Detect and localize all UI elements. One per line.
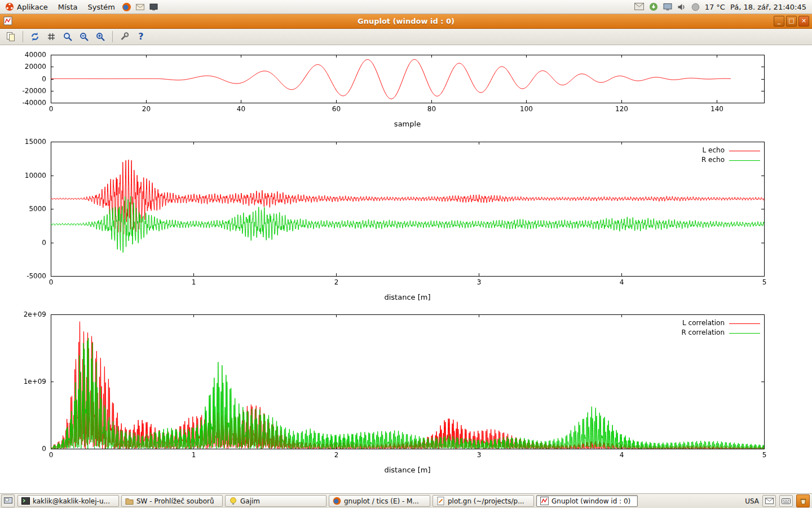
clock[interactable]: Pá, 18. zář, 21:40:45 bbox=[730, 3, 806, 11]
toggle-grid-button[interactable] bbox=[44, 30, 59, 43]
folder-icon bbox=[125, 497, 134, 505]
zoom-reset-button[interactable] bbox=[60, 30, 75, 43]
help-button[interactable]: ? bbox=[134, 30, 148, 43]
menu-applications[interactable]: Aplikace bbox=[0, 0, 53, 14]
gnuplot-toolbar: ? bbox=[0, 28, 812, 45]
window-titlebar[interactable]: Gnuplot (window id : 0) _ □ × bbox=[0, 14, 812, 29]
software-update-icon[interactable] bbox=[649, 2, 658, 11]
show-desktop-icon bbox=[4, 497, 12, 505]
copy-to-clipboard-button[interactable] bbox=[3, 30, 18, 43]
window-title: Gnuplot (window id : 0) bbox=[0, 17, 812, 25]
firefox-launcher-icon[interactable] bbox=[120, 0, 134, 14]
taskbar-item-label: plot.gn (~/projects/p... bbox=[448, 497, 524, 505]
taskbar-item-firefox[interactable]: gnuplot / tics (E) - M... bbox=[329, 495, 430, 507]
gnuplot-plot-area bbox=[0, 45, 812, 494]
menu-places-label: Místa bbox=[58, 3, 78, 11]
taskbar: kaklik@kaklik-kolej-u... SW - Prohlížeč … bbox=[0, 493, 812, 508]
zoom-previous-button[interactable] bbox=[77, 30, 91, 43]
taskbar-item-file-manager[interactable]: SW - Prohlížeč souborů bbox=[121, 495, 223, 507]
zoom-next-button[interactable] bbox=[93, 30, 108, 43]
menu-system-label: Systém bbox=[87, 3, 114, 11]
show-desktop-button[interactable] bbox=[1, 494, 15, 507]
chirp-signal-chart[interactable] bbox=[0, 48, 812, 133]
display-icon[interactable] bbox=[663, 3, 672, 11]
screenshot-launcher-icon[interactable] bbox=[147, 0, 161, 14]
toolbar-separator bbox=[112, 31, 113, 42]
taskbar-item-text-editor[interactable]: plot.gn (~/projects/p... bbox=[433, 495, 534, 507]
echo-signals-chart[interactable] bbox=[0, 135, 812, 305]
settings-button[interactable] bbox=[117, 30, 132, 43]
mail-tray-button[interactable] bbox=[762, 495, 776, 507]
magnifier-icon bbox=[63, 32, 73, 42]
panel-status-area: 17 °C Pá, 18. zář, 21:40:45 bbox=[634, 2, 812, 11]
copy-icon bbox=[6, 32, 16, 42]
menu-system[interactable]: Systém bbox=[82, 0, 120, 14]
menu-places[interactable]: Místa bbox=[53, 0, 83, 14]
taskbar-item-gajim[interactable]: Gajim bbox=[225, 495, 326, 507]
volume-icon[interactable] bbox=[677, 3, 686, 11]
correlation-chart[interactable] bbox=[0, 308, 812, 480]
keyboard-layout-indicator[interactable]: USA bbox=[745, 497, 759, 505]
replot-button[interactable] bbox=[28, 30, 42, 43]
trash-icon bbox=[800, 497, 807, 505]
magnifier-minus-icon bbox=[79, 32, 89, 42]
terminal-icon bbox=[21, 497, 30, 505]
taskbar-item-label: kaklik@kaklik-kolej-u... bbox=[33, 497, 110, 505]
magnifier-plus-icon bbox=[95, 32, 105, 42]
taskbar-item-label: gnuplot / tics (E) - M... bbox=[344, 497, 419, 505]
mail-notification-icon[interactable] bbox=[634, 3, 644, 11]
keyboard-tray-button[interactable] bbox=[779, 495, 793, 507]
envelope-icon bbox=[765, 498, 774, 505]
taskbar-item-label: SW - Prohlížeč souborů bbox=[136, 497, 214, 505]
refresh-icon bbox=[30, 32, 40, 42]
temperature[interactable]: 17 °C bbox=[705, 3, 725, 11]
mail-launcher-icon[interactable] bbox=[134, 0, 147, 14]
gnome-top-panel: Aplikace Místa Systém 17 °C Pá, 18. zář,… bbox=[0, 0, 812, 14]
help-icon: ? bbox=[138, 31, 143, 42]
toolbar-separator bbox=[23, 31, 23, 42]
firefox-icon bbox=[333, 497, 341, 505]
gajim-icon bbox=[229, 497, 237, 505]
gnuplot-icon bbox=[540, 497, 549, 505]
taskbar-item-label: Gajim bbox=[240, 497, 260, 505]
taskbar-item-gnuplot[interactable]: Gnuplot (window id : 0) bbox=[536, 495, 638, 507]
keyboard-icon bbox=[782, 498, 791, 505]
trash-button[interactable] bbox=[796, 494, 810, 507]
grid-icon bbox=[46, 32, 56, 42]
taskbar-item-terminal[interactable]: kaklik@kaklik-kolej-u... bbox=[17, 495, 119, 507]
wrench-icon bbox=[120, 32, 130, 42]
taskbar-item-label: Gnuplot (window id : 0) bbox=[551, 497, 630, 505]
weather-icon[interactable] bbox=[691, 3, 700, 11]
taskbar-status-area: USA bbox=[745, 494, 812, 507]
ubuntu-logo-icon bbox=[5, 2, 14, 11]
text-editor-icon bbox=[436, 497, 445, 505]
menu-applications-label: Aplikace bbox=[17, 3, 48, 11]
